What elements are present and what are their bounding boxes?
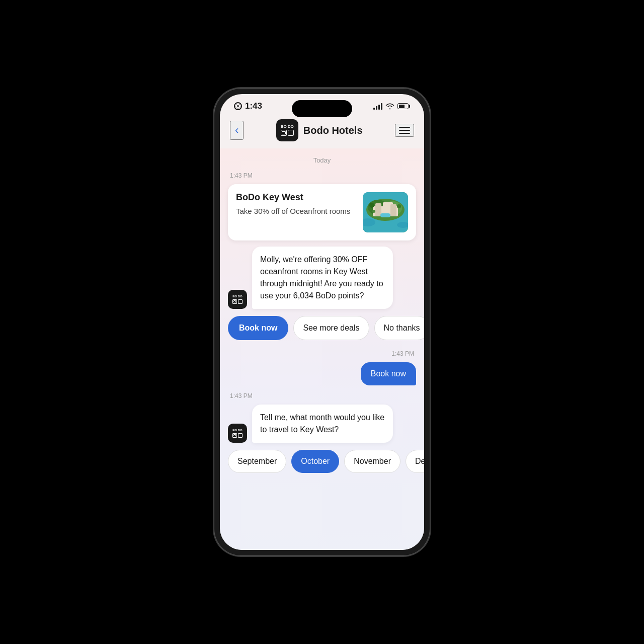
phone-frame: 1:43 (214, 88, 430, 556)
app-header: ‹ BO DO Bodo Hotels (220, 114, 424, 148)
no-thanks-button[interactable]: No thanks (374, 316, 425, 340)
menu-button[interactable] (395, 124, 414, 137)
phone-screen: 1:43 (220, 94, 424, 550)
timestamp-3: 1:43 PM (220, 388, 424, 401)
bot-message-row-1: BO DO Molly, we're offering 30% OFF ocea… (220, 244, 424, 312)
time-display: 1:43 (245, 101, 262, 111)
menu-line-2 (399, 130, 410, 131)
date-label: Today (220, 148, 424, 168)
wifi-icon (385, 103, 394, 110)
svg-rect-6 (375, 203, 381, 216)
hotel-card-image (363, 192, 408, 232)
svg-point-11 (397, 204, 401, 208)
bot-bubble-2: Tell me, what month would you like to tr… (252, 405, 393, 443)
svg-point-12 (372, 210, 375, 213)
timestamp-2: 1:43 PM (220, 346, 424, 359)
bot-message-row-2: BO DO Tell me, what month would you like… (220, 401, 424, 446)
bot-avatar-2: BO DO (228, 424, 247, 443)
status-time-area: 1:43 (234, 101, 262, 111)
month-buttons-row: September October November Dece... (220, 446, 424, 479)
hotel-card-description: Take 30% off of Oceanfront rooms (236, 206, 350, 216)
menu-line-3 (399, 133, 410, 134)
signal-icon (373, 103, 382, 110)
brand-logo: BO DO (276, 119, 298, 141)
bot-bubble-1: Molly, we're offering 30% OFF oceanfront… (252, 247, 393, 309)
brand-header: BO DO Bodo Hotels (276, 119, 363, 141)
status-icons (373, 103, 410, 110)
svg-point-0 (237, 106, 239, 107)
svg-point-10 (369, 203, 374, 208)
book-now-button[interactable]: Book now (228, 316, 288, 340)
brand-name: Bodo Hotels (303, 125, 363, 136)
month-november-button[interactable]: November (344, 450, 400, 473)
menu-line-1 (399, 127, 410, 128)
user-message-row: Book now (220, 359, 424, 388)
timestamp-1: 1:43 PM (220, 168, 424, 181)
month-october-button[interactable]: October (291, 450, 339, 473)
hotel-card: BoDo Key West Take 30% off of Oceanfront… (228, 184, 416, 240)
hotel-card-title: BoDo Key West (236, 192, 350, 203)
dynamic-island (292, 100, 352, 117)
battery-icon (397, 103, 410, 109)
month-december-button[interactable]: Dece... (406, 450, 424, 473)
action-buttons-row: Book now See more deals No thanks (220, 312, 424, 346)
user-bubble: Book now (361, 362, 416, 385)
svg-rect-8 (390, 204, 396, 216)
month-september-button[interactable]: September (228, 450, 286, 473)
chat-area: Today 1:43 PM BoDo Key West Take 30% off… (220, 148, 424, 550)
bot-avatar: BO DO (228, 290, 247, 309)
settings-icon (234, 102, 242, 110)
svg-rect-9 (380, 213, 390, 217)
back-button[interactable]: ‹ (230, 121, 244, 140)
see-more-deals-button[interactable]: See more deals (293, 316, 369, 340)
